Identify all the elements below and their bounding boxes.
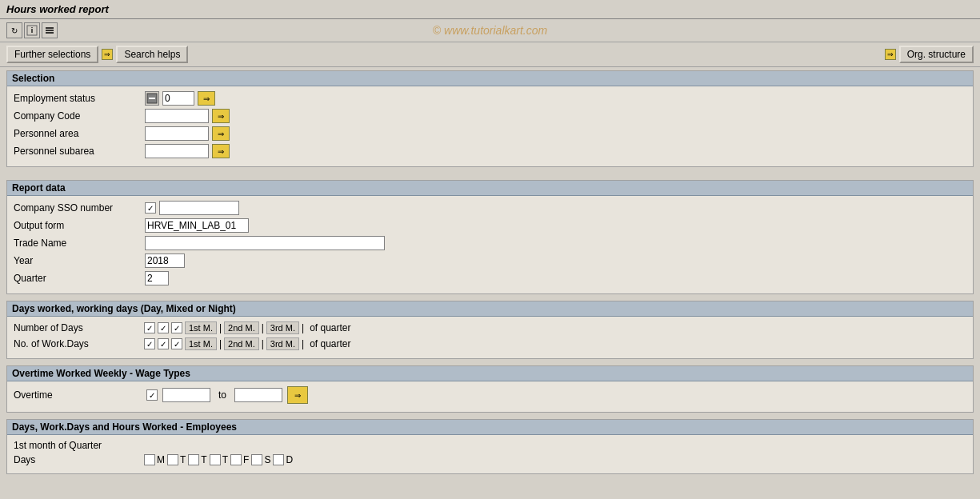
page-title: Hours worked report (6, 3, 109, 15)
personnel-area-input[interactable] (145, 126, 209, 141)
days-worked-section: Days worked, working days (Day, Mixed or… (6, 301, 974, 359)
num-days-3rd-m[interactable]: 3rd M. (266, 321, 299, 334)
employees-header: Days, Work.Days and Hours Worked - Emplo… (7, 420, 973, 435)
day-d-label: D (286, 454, 293, 465)
company-code-input[interactable] (145, 109, 209, 123)
day-cb-t1: T (167, 454, 186, 465)
no-work-days-row: No. of Work.Days 1st M. | 2nd M. | 3rd M… (14, 337, 966, 350)
num-days-2nd-m[interactable]: 2nd M. (224, 321, 259, 334)
overtime-label: Overtime (14, 389, 142, 401)
trade-name-label: Trade Name (14, 238, 142, 249)
info-icon[interactable]: i (24, 22, 40, 38)
work-days-cb1[interactable] (144, 338, 155, 349)
day-cb-s: S (251, 454, 270, 465)
num-days-cb2[interactable] (158, 322, 169, 333)
report-data-section: Report data Company SSO number Output fo… (6, 180, 974, 294)
further-selections-button[interactable]: Further selections (6, 46, 98, 63)
day-s-label: S (264, 454, 270, 465)
employment-status-row: Employment status ⇒ (14, 91, 966, 106)
quarter-row: Quarter (14, 271, 966, 285)
work-days-cb2[interactable] (158, 338, 169, 349)
back-icon[interactable]: ↻ (6, 22, 22, 38)
toolbar: ↻ i © www.tutorialkart.com (0, 19, 980, 42)
number-of-days-row: Number of Days 1st M. | 2nd M. | 3rd M. … (14, 321, 966, 334)
work-days-2nd-m[interactable]: 2nd M. (224, 337, 259, 350)
employment-status-select-btn[interactable]: ⇒ (198, 91, 215, 106)
work-days-1st-m[interactable]: 1st M. (185, 337, 217, 350)
company-sso-row: Company SSO number (14, 201, 966, 215)
year-input[interactable] (145, 253, 185, 268)
search-helps-label: Search helps (124, 49, 180, 60)
day-t3-label: T (222, 454, 228, 465)
output-form-row: Output form (14, 218, 966, 233)
day-cb-d: D (273, 454, 293, 465)
output-form-label: Output form (14, 220, 142, 231)
company-code-label: Company Code (14, 110, 142, 122)
company-sso-input[interactable] (159, 201, 239, 215)
overtime-select-btn[interactable]: ⇒ (287, 386, 308, 404)
num-days-quarter-label: of quarter (310, 322, 350, 333)
settings-icon[interactable] (42, 22, 58, 38)
day-t1-checkbox[interactable] (167, 454, 178, 465)
day-t2-checkbox[interactable] (188, 454, 199, 465)
to-label: to (218, 389, 226, 401)
title-bar: Hours worked report (0, 0, 980, 19)
overtime-checkbox[interactable] (146, 389, 158, 401)
trade-name-row: Trade Name (14, 236, 966, 250)
day-f-checkbox[interactable] (230, 454, 242, 465)
personnel-subarea-input[interactable] (145, 144, 209, 158)
overtime-from-input[interactable] (162, 388, 210, 402)
day-cb-t2: T (188, 454, 206, 465)
employment-status-input[interactable] (162, 91, 194, 106)
overtime-header: Overtime Worked Weekly - Wage Types (7, 366, 973, 381)
overtime-body: Overtime to ⇒ (7, 381, 973, 412)
selection-header: Selection (7, 71, 973, 86)
button-bar: Further selections ⇒ Search helps ⇒ Org.… (0, 42, 980, 67)
personnel-subarea-select-btn[interactable]: ⇒ (212, 144, 230, 158)
day-m-label: M (157, 454, 165, 465)
no-work-days-label: No. of Work.Days (14, 338, 142, 349)
num-days-1st-m[interactable]: 1st M. (185, 321, 217, 334)
day-f-label: F (243, 454, 249, 465)
employment-status-label: Employment status (14, 93, 142, 104)
selection-section: Selection Employment status ⇒ Company Co… (6, 70, 974, 167)
overtime-to-input[interactable] (234, 388, 282, 402)
year-label: Year (14, 255, 142, 266)
company-sso-checkbox[interactable] (145, 202, 156, 214)
org-structure-label: Org. structure (907, 49, 966, 60)
company-code-row: Company Code ⇒ (14, 109, 966, 123)
output-form-input[interactable] (145, 218, 249, 233)
day-cb-m: M (144, 454, 165, 465)
day-cb-f: F (230, 454, 249, 465)
day-t1-label: T (180, 454, 186, 465)
work-days-3rd-m[interactable]: 3rd M. (266, 337, 299, 350)
days-worked-header: Days worked, working days (Day, Mixed or… (7, 301, 973, 317)
day-t3-checkbox[interactable] (210, 454, 221, 465)
report-data-body: Company SSO number Output form Trade Nam… (7, 196, 973, 293)
personnel-area-select-btn[interactable]: ⇒ (212, 126, 230, 141)
num-days-cb3[interactable] (171, 322, 182, 333)
year-row: Year (14, 253, 966, 268)
first-month-subheader: 1st month of Quarter (14, 440, 966, 451)
number-of-days-label: Number of Days (14, 322, 142, 333)
personnel-area-label: Personnel area (14, 128, 142, 139)
quarter-input[interactable] (145, 271, 169, 285)
trade-name-input[interactable] (145, 236, 385, 250)
day-m-checkbox[interactable] (144, 454, 155, 465)
search-helps-button[interactable]: Search helps (116, 46, 188, 63)
work-days-quarter-label: of quarter (310, 338, 350, 349)
num-days-cb1[interactable] (144, 322, 155, 333)
company-code-select-btn[interactable]: ⇒ (212, 109, 230, 123)
days-label: Days (14, 454, 142, 465)
employment-status-icon[interactable] (145, 91, 159, 106)
day-d-checkbox[interactable] (273, 454, 284, 465)
day-s-checkbox[interactable] (251, 454, 262, 465)
days-worked-body: Number of Days 1st M. | 2nd M. | 3rd M. … (7, 317, 973, 358)
org-structure-arrow-icon: ⇒ (885, 49, 896, 60)
selection-body: Employment status ⇒ Company Code ⇒ Perso (7, 86, 973, 166)
work-days-cb3[interactable] (171, 338, 182, 349)
further-selections-arrow-icon: ⇒ (102, 49, 113, 60)
svg-text:i: i (31, 26, 34, 34)
org-structure-button[interactable]: Org. structure (899, 46, 974, 63)
day-t2-label: T (201, 454, 206, 465)
